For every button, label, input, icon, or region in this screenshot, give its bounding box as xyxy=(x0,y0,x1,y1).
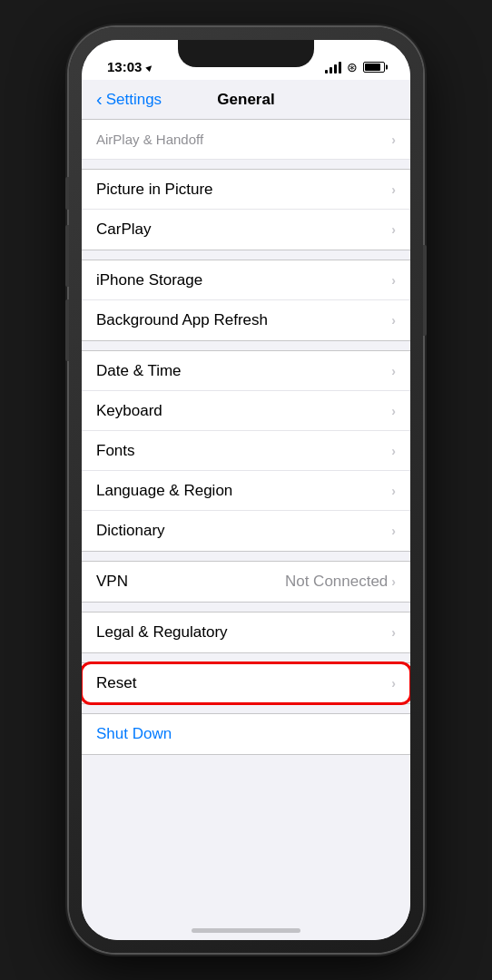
signal-icon xyxy=(325,62,341,74)
home-indicator[interactable] xyxy=(192,928,300,933)
section-gap xyxy=(82,704,410,713)
list-item[interactable]: AirPlay & Handoff › xyxy=(82,120,410,160)
power-button[interactable] xyxy=(423,245,427,336)
notch xyxy=(178,40,314,67)
time-display: 13:03 xyxy=(107,59,142,74)
airplay-handoff-label: AirPlay & Handoff xyxy=(96,132,203,147)
settings-group-media: Picture in Picture › CarPlay › xyxy=(82,169,410,250)
section-gap xyxy=(82,250,410,260)
list-item[interactable]: Keyboard › xyxy=(82,391,410,431)
settings-content: AirPlay & Handoff › Picture in Picture ›… xyxy=(82,120,410,940)
list-item[interactable]: Fonts › xyxy=(82,431,410,471)
status-icons: ⊛ xyxy=(325,60,385,74)
settings-group-reset: Reset › xyxy=(82,662,410,704)
date-time-label: Date & Time xyxy=(96,362,182,380)
language-region-label: Language & Region xyxy=(96,482,232,500)
row-right: › xyxy=(391,404,396,418)
row-right: › xyxy=(391,676,396,691)
list-item[interactable]: Language & Region › xyxy=(82,471,410,511)
chevron-icon: › xyxy=(391,574,396,589)
list-item[interactable]: Background App Refresh › xyxy=(82,300,410,340)
shut-down-label: Shut Down xyxy=(96,725,172,742)
page-title: General xyxy=(217,91,274,109)
row-right: › xyxy=(391,524,396,538)
chevron-icon: › xyxy=(391,524,396,538)
chevron-icon: › xyxy=(391,273,396,288)
section-gap xyxy=(82,160,410,169)
settings-group-legal: Legal & Regulatory › xyxy=(82,612,410,653)
phone-screen: 13:03 ▲ ⊛ ‹ Settings xyxy=(82,40,410,940)
row-right: › xyxy=(391,273,396,288)
settings-group-vpn: VPN Not Connected › xyxy=(82,561,410,603)
battery-fill xyxy=(365,64,380,71)
row-right: › xyxy=(391,182,396,197)
section-gap xyxy=(82,341,410,350)
row-right: › xyxy=(391,625,396,640)
chevron-icon: › xyxy=(391,676,396,691)
wifi-icon: ⊛ xyxy=(347,60,358,74)
chevron-icon: › xyxy=(391,404,396,418)
list-item[interactable]: VPN Not Connected › xyxy=(82,562,410,602)
status-time: 13:03 ▲ xyxy=(107,59,155,74)
list-item[interactable]: Legal & Regulatory › xyxy=(82,612,410,652)
phone-frame: 13:03 ▲ ⊛ ‹ Settings xyxy=(69,27,423,953)
dictionary-label: Dictionary xyxy=(96,522,165,540)
row-right: › xyxy=(391,313,396,328)
chevron-icon: › xyxy=(391,625,396,640)
navigation-bar: ‹ Settings General xyxy=(82,80,410,120)
fonts-label: Fonts xyxy=(96,442,135,460)
back-label: Settings xyxy=(106,91,162,109)
chevron-left-icon: ‹ xyxy=(96,89,103,110)
chevron-icon: › xyxy=(391,364,396,378)
list-item[interactable]: Dictionary › xyxy=(82,511,410,551)
chevron-icon: › xyxy=(391,222,396,237)
row-right: › xyxy=(391,444,396,458)
list-item[interactable]: Picture in Picture › xyxy=(82,170,410,210)
reset-item[interactable]: Reset › xyxy=(82,663,410,703)
keyboard-label: Keyboard xyxy=(96,402,162,420)
settings-group-storage: iPhone Storage › Background App Refresh … xyxy=(82,260,410,341)
shut-down-item[interactable]: Shut Down xyxy=(82,713,410,755)
back-button[interactable]: ‹ Settings xyxy=(96,89,162,110)
legal-regulatory-label: Legal & Regulatory xyxy=(96,623,228,642)
volume-up-button[interactable] xyxy=(65,225,69,287)
list-item[interactable]: Date & Time › xyxy=(82,351,410,391)
reset-label: Reset xyxy=(96,674,136,692)
list-item[interactable]: CarPlay › xyxy=(82,210,410,250)
volume-down-button[interactable] xyxy=(65,299,69,361)
vpn-label: VPN xyxy=(96,573,128,591)
background-refresh-label: Background App Refresh xyxy=(96,311,268,329)
settings-group-locale: Date & Time › Keyboard › Fonts › xyxy=(82,350,410,552)
row-right: › xyxy=(391,222,396,237)
location-arrow-icon: ▲ xyxy=(143,59,158,74)
section-gap xyxy=(82,552,410,561)
picture-in-picture-label: Picture in Picture xyxy=(96,181,213,199)
chevron-icon: › xyxy=(391,484,396,498)
chevron-icon: › xyxy=(391,132,396,147)
mute-button[interactable] xyxy=(65,177,69,210)
chevron-icon: › xyxy=(391,313,396,328)
battery-icon xyxy=(363,62,385,73)
section-gap xyxy=(82,653,410,662)
row-right: Not Connected › xyxy=(285,573,396,591)
carplay-label: CarPlay xyxy=(96,220,151,239)
list-item[interactable]: iPhone Storage › xyxy=(82,260,410,300)
section-gap xyxy=(82,603,410,612)
row-right: › xyxy=(391,484,396,498)
vpn-status: Not Connected xyxy=(285,573,388,591)
row-right: › xyxy=(391,364,396,378)
chevron-icon: › xyxy=(391,182,396,197)
chevron-icon: › xyxy=(391,444,396,458)
iphone-storage-label: iPhone Storage xyxy=(96,271,202,289)
